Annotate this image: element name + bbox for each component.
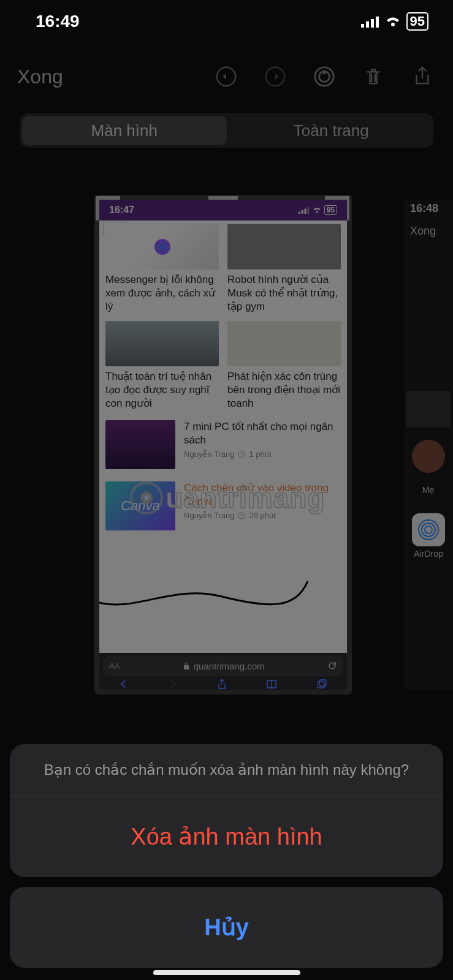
delete-action-sheet: Bạn có chắc chắn muốn xóa ảnh màn hình n…: [10, 744, 443, 968]
text-size-button: AA: [109, 662, 120, 671]
list-author: Nguyễn Trang: [184, 450, 234, 459]
canva-logo: Canva: [121, 498, 160, 514]
news-thumb: [105, 321, 219, 366]
svg-point-17: [425, 526, 432, 533]
screenshot-preview-strip: 16:47 95 Messenger bị lỗi không xem được…: [0, 184, 453, 704]
list-time: 28 phút: [249, 511, 275, 520]
contact-avatar: [412, 440, 445, 473]
contact-label: Mẹ: [404, 485, 453, 495]
wifi-icon: [384, 15, 402, 28]
list-thumb: Canva: [105, 481, 175, 530]
news-title: Robot hình người của Musk có thể nhặt tr…: [227, 273, 341, 314]
status-bar: 16:49 95: [0, 0, 453, 43]
browser-content: Messenger bị lỗi không xem được ảnh, các…: [99, 221, 347, 653]
safari-toolbar: AA quantrimang.com: [99, 653, 347, 690]
news-card: Phát hiện xác côn trùng bên trong điện t…: [227, 321, 341, 410]
list-item: 7 mini PC tốt nhất cho mọi ngân sách Ngu…: [99, 414, 347, 475]
list-meta: Nguyễn Trang 28 phút: [184, 511, 341, 520]
view-mode-segmented: Màn hình Toàn trang: [20, 113, 433, 148]
news-card: Robot hình người của Musk có thể nhặt tr…: [227, 224, 341, 314]
inner-battery: 95: [324, 205, 337, 215]
inner-status-bar: 16:47 95: [99, 200, 347, 221]
home-indicator[interactable]: [153, 970, 300, 975]
markup-toolbar: Xong: [0, 55, 453, 98]
side-preview-thumb: [406, 391, 451, 428]
news-card: Messenger bị lỗi không xem được ảnh, các…: [105, 224, 219, 314]
screenshot-preview[interactable]: 16:47 95 Messenger bị lỗi không xem được…: [99, 200, 347, 690]
next-screenshot-peek[interactable]: 16:48 Xong Mẹ AirDrop: [404, 200, 453, 690]
news-title: Thuật toán trí tuệ nhân tạo đọc được suy…: [105, 370, 219, 410]
markup-scribble: [99, 578, 347, 615]
reload-icon: [327, 661, 337, 671]
news-title: Messenger bị lỗi không xem được ảnh, các…: [105, 273, 219, 314]
news-thumb: [227, 224, 341, 270]
svg-rect-2: [371, 19, 374, 28]
lock-icon: [183, 662, 190, 670]
sheet-message: Bạn có chắc chắn muốn xóa ảnh màn hình n…: [10, 744, 443, 796]
wifi-icon: [312, 206, 322, 214]
list-time: 1 phút: [249, 450, 271, 459]
svg-rect-11: [307, 207, 309, 214]
svg-rect-0: [361, 24, 364, 28]
clock-icon: [238, 451, 245, 458]
news-title: Phát hiện xác côn trùng bên trong điện t…: [227, 370, 341, 410]
done-button[interactable]: Xong: [17, 66, 63, 88]
svg-rect-16: [319, 680, 326, 686]
share-button[interactable]: [409, 63, 436, 90]
status-time: 16:49: [36, 12, 80, 31]
svg-rect-9: [301, 210, 303, 214]
tab-full-page[interactable]: Toàn trang: [229, 113, 434, 148]
delete-screenshot-button[interactable]: Xóa ảnh màn hình: [10, 796, 443, 877]
back-icon: [119, 679, 129, 689]
svg-point-18: [422, 523, 435, 537]
undo-button[interactable]: [213, 63, 240, 90]
tab-screen[interactable]: Màn hình: [22, 116, 227, 145]
side-time: 16:48: [404, 200, 453, 215]
list-item: Canva Cách chèn chữ vào video trong Canv…: [99, 475, 347, 537]
redo-button[interactable]: [262, 63, 289, 90]
delete-button[interactable]: [360, 63, 387, 90]
list-title: Cách chèn chữ vào video trong Canva: [184, 481, 341, 508]
svg-rect-15: [318, 682, 324, 688]
svg-rect-3: [376, 17, 379, 28]
svg-rect-1: [366, 21, 369, 28]
svg-rect-8: [299, 211, 300, 214]
cellular-icon: [299, 206, 310, 214]
list-title: 7 mini PC tốt nhất cho mọi ngân sách: [184, 420, 341, 447]
url-text: quantrimang.com: [183, 661, 265, 671]
tabs-icon: [316, 679, 327, 689]
url-label: quantrimang.com: [194, 661, 265, 671]
list-meta: Nguyễn Trang 1 phút: [184, 450, 341, 459]
svg-rect-10: [304, 209, 306, 214]
list-thumb: [105, 420, 175, 469]
status-right: 95: [361, 12, 428, 31]
list-author: Nguyễn Trang: [184, 511, 234, 520]
cellular-icon: [361, 15, 379, 28]
share-icon: [217, 679, 227, 690]
side-done: Xong: [404, 215, 453, 238]
svg-rect-14: [184, 665, 189, 669]
news-thumb: [105, 224, 219, 270]
bookmarks-icon: [266, 679, 277, 689]
battery-level: 95: [406, 12, 428, 31]
clock-icon: [238, 512, 245, 519]
airdrop-label: AirDrop: [404, 549, 453, 559]
news-card: Thuật toán trí tuệ nhân tạo đọc được suy…: [105, 321, 219, 410]
forward-icon: [168, 679, 178, 689]
markup-pen-button[interactable]: [311, 63, 338, 90]
inner-time: 16:47: [109, 205, 134, 216]
airdrop-icon: [412, 513, 445, 546]
cancel-button[interactable]: Hủy: [10, 887, 443, 968]
news-thumb: [227, 321, 341, 366]
